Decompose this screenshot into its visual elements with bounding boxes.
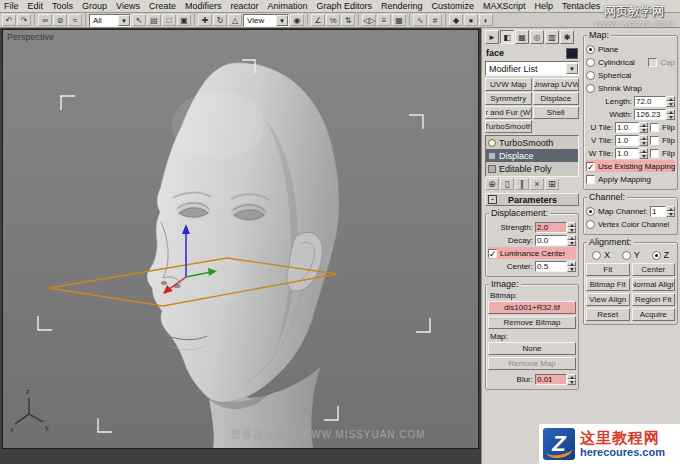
v-tile-spinner[interactable] xyxy=(639,135,648,146)
render-scene-icon[interactable]: ● xyxy=(464,14,478,26)
v-flip-checkbox[interactable] xyxy=(650,136,659,145)
select-move-icon[interactable]: ✚ xyxy=(198,14,212,26)
normal-align-button[interactable]: Normal Align xyxy=(632,278,676,291)
blur-field[interactable]: 0.01 xyxy=(535,374,567,385)
shell-button[interactable]: Shell xyxy=(533,106,580,119)
strength-field[interactable]: 2.0 xyxy=(535,222,567,233)
lightbulb-icon[interactable] xyxy=(488,139,496,147)
align-x-radio[interactable] xyxy=(592,251,601,260)
v-tile-field[interactable]: 1.0 xyxy=(615,135,639,146)
spherical-radio[interactable] xyxy=(586,71,595,80)
align-y-radio[interactable] xyxy=(622,251,631,260)
use-pivot-center-icon[interactable]: ◉ xyxy=(290,14,304,26)
menu-file[interactable]: File xyxy=(4,1,19,11)
configure-modifier-sets-icon[interactable]: ⊞ xyxy=(545,178,559,190)
unlink-icon[interactable]: ⊘ xyxy=(53,14,67,26)
align-z-radio[interactable] xyxy=(652,251,661,260)
motion-tab-icon[interactable]: ◎ xyxy=(530,30,544,44)
link-icon[interactable]: ∞ xyxy=(38,14,52,26)
shrink-wrap-radio[interactable] xyxy=(586,84,595,93)
decay-field[interactable]: 0.0 xyxy=(535,235,567,246)
menu-rendering[interactable]: Rendering xyxy=(381,1,423,11)
menu-edit[interactable]: Edit xyxy=(28,1,44,11)
display-tab-icon[interactable]: ▥ xyxy=(545,30,559,44)
viewport-label[interactable]: Perspective xyxy=(7,32,54,42)
select-by-name-icon[interactable]: ▤ xyxy=(147,14,161,26)
w-tile-field[interactable]: 1.0 xyxy=(615,148,639,159)
u-flip-checkbox[interactable] xyxy=(650,123,659,132)
map-channel-spinner[interactable] xyxy=(666,206,675,217)
remove-bitmap-button[interactable]: Remove Bitmap xyxy=(488,316,576,329)
w-tile-spinner[interactable] xyxy=(639,148,648,159)
select-scale-icon[interactable]: △ xyxy=(228,14,242,26)
create-tab-icon[interactable]: ► xyxy=(485,30,499,44)
blur-spinner[interactable] xyxy=(567,374,576,385)
show-end-result-icon[interactable]: ▯ xyxy=(500,178,514,190)
perspective-viewport[interactable]: Perspective xyxy=(2,29,479,449)
menu-create[interactable]: Create xyxy=(149,1,176,11)
region-fit-button[interactable]: Region Fit xyxy=(632,293,676,306)
snap-toggle-icon[interactable]: ∠ xyxy=(311,14,325,26)
menu-help[interactable]: Help xyxy=(535,1,554,11)
region-select-icon[interactable]: □ xyxy=(162,14,176,26)
pin-stack-icon[interactable]: ⊕ xyxy=(485,178,499,190)
acquire-button[interactable]: Acquire xyxy=(632,308,676,321)
length-spinner[interactable] xyxy=(666,96,675,107)
stack-item-turbosmooth[interactable]: TurboSmooth xyxy=(486,136,578,149)
align-icon[interactable]: ≡ xyxy=(377,14,391,26)
cap-checkbox[interactable] xyxy=(648,58,657,67)
u-tile-field[interactable]: 1.0 xyxy=(615,122,639,133)
bind-spacewarp-icon[interactable]: ≈ xyxy=(68,14,82,26)
length-field[interactable]: 72.0 xyxy=(634,96,666,107)
menu-views[interactable]: Views xyxy=(116,1,140,11)
decay-spinner[interactable] xyxy=(567,235,576,246)
bitmap-fit-button[interactable]: Bitmap Fit xyxy=(586,278,630,291)
layer-manager-icon[interactable]: ▦ xyxy=(392,14,406,26)
stack-item-displace[interactable]: Displace xyxy=(486,149,578,162)
undo-icon[interactable]: ↶ xyxy=(2,14,16,26)
map-channel-field[interactable]: 1 xyxy=(650,206,666,217)
plane-radio[interactable] xyxy=(586,45,595,54)
schematic-view-icon[interactable]: # xyxy=(428,14,442,26)
bitmap-file-button[interactable]: dis1001+R32.tif xyxy=(488,301,576,314)
parameters-rollout-header[interactable]: - Parameters xyxy=(485,193,579,206)
w-flip-checkbox[interactable] xyxy=(650,149,659,158)
crossing-select-icon[interactable]: ▣ xyxy=(177,14,191,26)
object-color-swatch[interactable] xyxy=(566,48,578,59)
uvw-map-button[interactable]: UVW Map xyxy=(485,78,532,91)
menu-graph-editors[interactable]: Graph Editors xyxy=(317,1,373,11)
selection-filter-dropdown[interactable]: All ▾ xyxy=(89,14,131,27)
menu-maxscript[interactable]: MAXScript xyxy=(483,1,526,11)
quick-render-icon[interactable]: ◐ xyxy=(479,14,493,26)
remove-modifier-icon[interactable]: × xyxy=(530,178,544,190)
menu-tools[interactable]: Tools xyxy=(52,1,73,11)
width-field[interactable]: 126.23 xyxy=(634,109,666,120)
modifier-list-dropdown[interactable]: Modifier List ▾ xyxy=(485,61,579,76)
center-spinner[interactable] xyxy=(567,261,576,272)
luminance-center-checkbox[interactable] xyxy=(488,249,497,258)
material-editor-icon[interactable]: ◆ xyxy=(449,14,463,26)
symmetry-button[interactable]: Symmetry xyxy=(485,92,532,105)
strength-spinner[interactable] xyxy=(567,222,576,233)
use-existing-mapping-checkbox[interactable] xyxy=(586,162,595,171)
curve-editor-icon[interactable]: ∿ xyxy=(413,14,427,26)
vertex-color-radio[interactable] xyxy=(586,220,595,229)
displace-button[interactable]: Displace xyxy=(533,92,580,105)
apply-mapping-checkbox[interactable] xyxy=(586,175,595,184)
center-button[interactable]: Center xyxy=(632,263,676,276)
coordsys-dropdown[interactable]: View ▾ xyxy=(243,14,289,27)
reset-button[interactable]: Reset xyxy=(586,308,630,321)
menu-customize[interactable]: Customize xyxy=(432,1,475,11)
select-object-icon[interactable]: ↖ xyxy=(132,14,146,26)
remove-map-button[interactable]: Remove Map xyxy=(488,357,576,370)
center-field[interactable]: 0.5 xyxy=(535,261,567,272)
make-unique-icon[interactable]: ∥ xyxy=(515,178,529,190)
fit-button[interactable]: Fit xyxy=(586,263,630,276)
select-rotate-icon[interactable]: ↻ xyxy=(213,14,227,26)
menu-group[interactable]: Group xyxy=(82,1,107,11)
menu-reactor[interactable]: reactor xyxy=(230,1,258,11)
turbosmooth-button[interactable]: TurboSmooth xyxy=(485,120,532,133)
snap-spinner-icon[interactable]: ⇅ xyxy=(341,14,355,26)
mirror-icon[interactable]: ◁▷ xyxy=(362,14,376,26)
map-channel-radio[interactable] xyxy=(586,207,595,216)
